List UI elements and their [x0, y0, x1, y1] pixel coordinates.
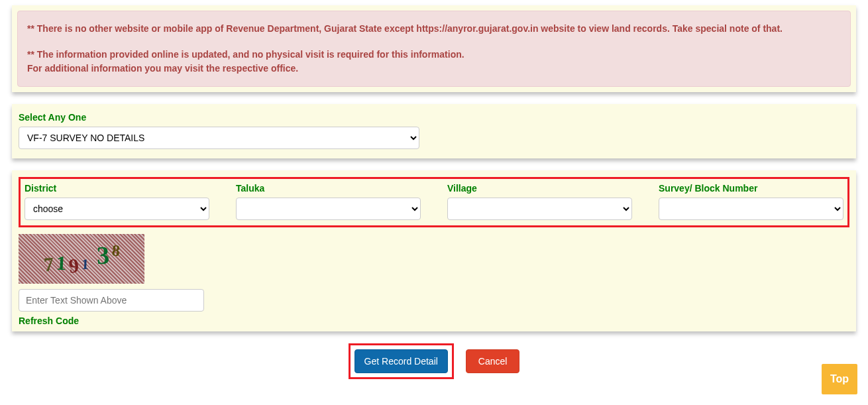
- select-any-label: Select Any One: [19, 112, 849, 123]
- taluka-dropdown[interactable]: [236, 198, 421, 220]
- select-any-dropdown[interactable]: VF-7 SURVEY NO DETAILS: [19, 127, 419, 149]
- filters-panel: District choose Taluka Village Survey/ B…: [12, 170, 856, 331]
- taluka-col: Taluka: [236, 183, 421, 220]
- captcha-image: 7 1 9 1 3 8: [19, 234, 144, 284]
- get-record-button[interactable]: Get Record Detail: [354, 349, 448, 373]
- captcha-char: 1: [80, 255, 90, 273]
- notice-panel: ** There is no other website or mobile a…: [12, 5, 856, 92]
- filters-row: District choose Taluka Village Survey/ B…: [25, 183, 843, 220]
- village-dropdown[interactable]: [447, 198, 632, 220]
- captcha-char: 7: [41, 253, 55, 276]
- district-col: District choose: [25, 183, 209, 220]
- select-any-panel: Select Any One VF-7 SURVEY NO DETAILS: [12, 104, 856, 158]
- village-label: Village: [447, 183, 632, 194]
- get-record-highlight-frame: Get Record Detail: [349, 343, 454, 379]
- district-label: District: [25, 183, 209, 194]
- button-row: Get Record Detail Cancel: [12, 343, 856, 379]
- captcha-char: 8: [109, 241, 121, 260]
- survey-col: Survey/ Block Number: [659, 183, 843, 220]
- filters-highlight-frame: District choose Taluka Village Survey/ B…: [19, 177, 849, 227]
- taluka-label: Taluka: [236, 183, 421, 194]
- scroll-top-button[interactable]: Top: [822, 364, 857, 384]
- notice-line-2: ** The information provided online is up…: [27, 48, 841, 62]
- survey-dropdown[interactable]: [659, 198, 843, 220]
- survey-label: Survey/ Block Number: [659, 183, 843, 194]
- captcha-char: 3: [95, 240, 111, 270]
- notice-box: ** There is no other website or mobile a…: [17, 11, 851, 87]
- district-dropdown[interactable]: choose: [25, 198, 209, 220]
- refresh-code-link[interactable]: Refresh Code: [19, 316, 79, 326]
- captcha-char: 9: [66, 254, 81, 278]
- captcha-input[interactable]: [19, 289, 204, 312]
- cancel-button[interactable]: Cancel: [466, 349, 520, 373]
- notice-line-1: ** There is no other website or mobile a…: [27, 22, 841, 36]
- notice-line-3: For additional information you may visit…: [27, 62, 841, 76]
- village-col: Village: [447, 183, 632, 220]
